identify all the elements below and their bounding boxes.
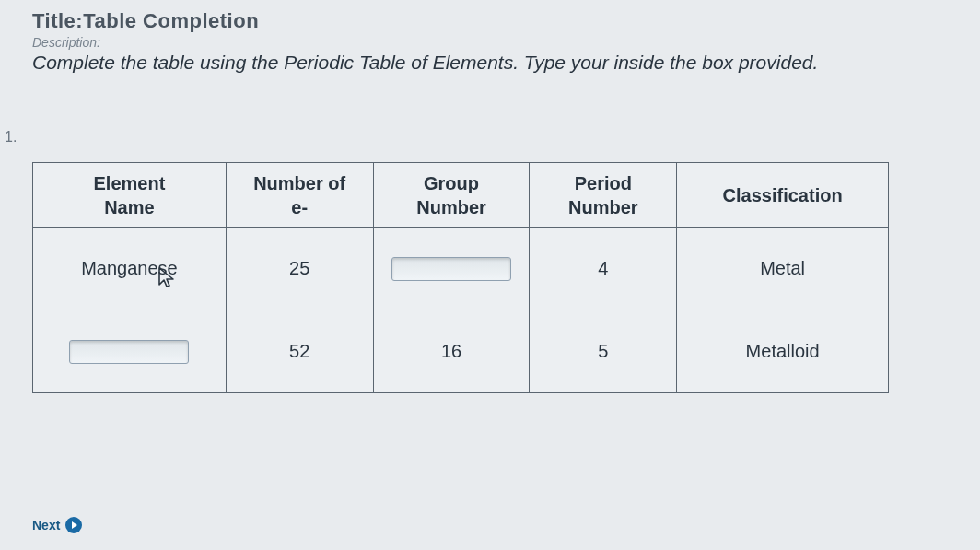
table-row: Manganese 25 4 Metal bbox=[33, 228, 889, 310]
cell-group: 16 bbox=[373, 310, 530, 393]
elements-table: ElementName Number ofe- GroupNumber Peri… bbox=[32, 162, 889, 393]
cell-element: Manganese bbox=[33, 228, 227, 310]
title-label: Title: bbox=[32, 9, 83, 32]
header-group: GroupNumber bbox=[373, 163, 530, 228]
cell-text: 4 bbox=[598, 258, 608, 278]
cell-text: Metalloid bbox=[746, 341, 820, 361]
element-input[interactable] bbox=[69, 340, 189, 364]
header-num-e: Number ofe- bbox=[226, 163, 373, 228]
cell-text: Metal bbox=[760, 258, 805, 278]
group-input[interactable] bbox=[391, 257, 511, 281]
next-label: Next bbox=[32, 518, 60, 532]
cell-text: 25 bbox=[289, 258, 309, 278]
next-button[interactable]: Next bbox=[32, 517, 82, 533]
cell-period: 5 bbox=[530, 310, 677, 393]
table-row: 52 16 5 Metalloid bbox=[33, 310, 889, 393]
title-value: Table Completion bbox=[83, 9, 259, 32]
header-element: ElementName bbox=[33, 163, 227, 228]
cell-element bbox=[33, 310, 227, 393]
cell-num-e: 25 bbox=[226, 228, 373, 310]
table-header-row: ElementName Number ofe- GroupNumber Peri… bbox=[33, 163, 889, 228]
cell-classification: Metalloid bbox=[677, 310, 889, 393]
cell-text: 5 bbox=[598, 341, 608, 361]
cell-text: 52 bbox=[289, 341, 309, 361]
cell-classification: Metal bbox=[677, 228, 889, 310]
cell-group bbox=[373, 228, 530, 310]
cell-period: 4 bbox=[530, 228, 677, 310]
question-number: 1. bbox=[5, 129, 948, 146]
header-period: PeriodNumber bbox=[530, 163, 677, 228]
header-classification: Classification bbox=[677, 163, 889, 228]
description-text: Complete the table using the Periodic Ta… bbox=[32, 52, 948, 74]
cell-text: Manganese bbox=[81, 258, 178, 278]
cell-text: 16 bbox=[441, 341, 461, 361]
description-label: Description: bbox=[32, 35, 948, 50]
page-title: Title:Table Completion bbox=[32, 9, 948, 33]
cell-num-e: 52 bbox=[226, 310, 373, 393]
play-icon bbox=[65, 517, 82, 533]
